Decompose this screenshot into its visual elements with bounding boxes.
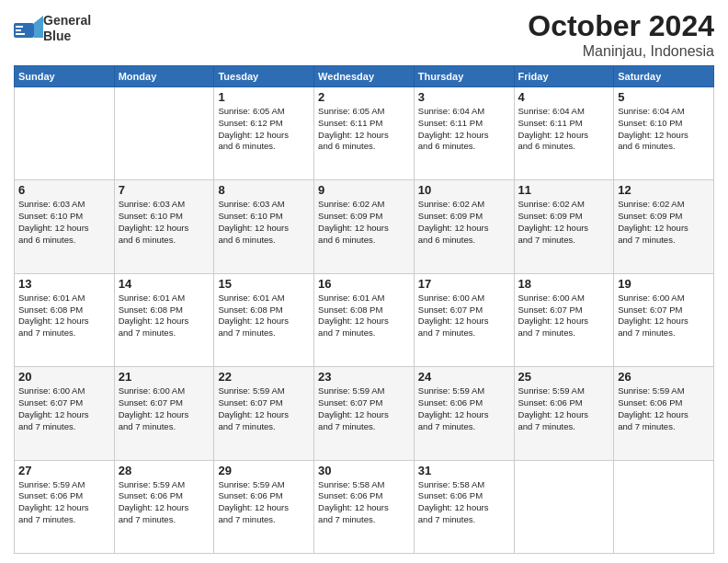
calendar-cell: 31Sunrise: 5:58 AM Sunset: 6:06 PM Dayli…	[414, 460, 514, 553]
calendar-cell: 18Sunrise: 6:00 AM Sunset: 6:07 PM Dayli…	[514, 273, 614, 366]
day-info: Sunrise: 5:59 AM Sunset: 6:06 PM Dayligh…	[18, 479, 110, 526]
calendar-cell: 13Sunrise: 6:01 AM Sunset: 6:08 PM Dayli…	[15, 273, 115, 366]
day-info: Sunrise: 5:59 AM Sunset: 6:07 PM Dayligh…	[318, 385, 410, 432]
day-number: 28	[119, 464, 210, 477]
day-info: Sunrise: 6:03 AM Sunset: 6:10 PM Dayligh…	[119, 199, 210, 246]
logo-icon	[14, 16, 40, 41]
day-number: 20	[18, 370, 110, 384]
day-number: 12	[618, 183, 710, 197]
calendar-cell: 12Sunrise: 6:02 AM Sunset: 6:09 PM Dayli…	[614, 180, 714, 273]
calendar-subtitle: Maninjau, Indonesia	[528, 43, 714, 60]
day-info: Sunrise: 6:02 AM Sunset: 6:09 PM Dayligh…	[518, 199, 610, 246]
calendar-cell	[114, 87, 214, 180]
calendar-cell: 8Sunrise: 6:03 AM Sunset: 6:10 PM Daylig…	[214, 180, 314, 273]
day-info: Sunrise: 6:01 AM Sunset: 6:08 PM Dayligh…	[18, 293, 110, 339]
calendar-cell: 28Sunrise: 5:59 AM Sunset: 6:06 PM Dayli…	[114, 460, 214, 553]
calendar-cell: 9Sunrise: 6:02 AM Sunset: 6:09 PM Daylig…	[314, 180, 415, 273]
logo-line1: General	[43, 13, 91, 29]
day-number: 24	[418, 370, 510, 384]
calendar-cell: 20Sunrise: 6:00 AM Sunset: 6:07 PM Dayli…	[15, 367, 115, 460]
calendar-row: 27Sunrise: 5:59 AM Sunset: 6:06 PM Dayli…	[15, 460, 714, 553]
title-block: October 2024 Maninjau, Indonesia	[528, 9, 714, 60]
calendar-cell: 5Sunrise: 6:04 AM Sunset: 6:10 PM Daylig…	[614, 87, 714, 180]
day-number: 5	[618, 90, 710, 104]
logo-line2: Blue	[43, 29, 91, 44]
day-number: 8	[218, 183, 310, 197]
day-info: Sunrise: 6:01 AM Sunset: 6:08 PM Dayligh…	[218, 293, 310, 339]
calendar-cell: 15Sunrise: 6:01 AM Sunset: 6:08 PM Dayli…	[214, 273, 314, 366]
day-info: Sunrise: 5:59 AM Sunset: 6:06 PM Dayligh…	[119, 479, 210, 526]
weekday-header: Sunday	[15, 66, 115, 87]
day-info: Sunrise: 6:01 AM Sunset: 6:08 PM Dayligh…	[318, 293, 410, 339]
day-number: 17	[418, 277, 510, 291]
calendar-cell: 11Sunrise: 6:02 AM Sunset: 6:09 PM Dayli…	[514, 180, 614, 273]
calendar-cell: 23Sunrise: 5:59 AM Sunset: 6:07 PM Dayli…	[314, 367, 415, 460]
calendar-cell: 19Sunrise: 6:00 AM Sunset: 6:07 PM Dayli…	[614, 273, 714, 366]
day-info: Sunrise: 6:00 AM Sunset: 6:07 PM Dayligh…	[18, 385, 110, 432]
day-info: Sunrise: 6:05 AM Sunset: 6:12 PM Dayligh…	[218, 106, 310, 153]
day-info: Sunrise: 5:59 AM Sunset: 6:07 PM Dayligh…	[218, 385, 310, 432]
calendar-cell	[614, 460, 714, 553]
calendar-cell: 1Sunrise: 6:05 AM Sunset: 6:12 PM Daylig…	[214, 87, 314, 180]
weekday-header: Tuesday	[214, 66, 314, 87]
logo-text: General Blue	[43, 13, 91, 44]
day-number: 11	[518, 183, 610, 197]
day-info: Sunrise: 6:03 AM Sunset: 6:10 PM Dayligh…	[218, 199, 310, 246]
calendar-cell: 30Sunrise: 5:58 AM Sunset: 6:06 PM Dayli…	[314, 460, 415, 553]
calendar-cell: 22Sunrise: 5:59 AM Sunset: 6:07 PM Dayli…	[214, 367, 314, 460]
day-info: Sunrise: 6:01 AM Sunset: 6:08 PM Dayligh…	[119, 293, 210, 339]
calendar-cell: 4Sunrise: 6:04 AM Sunset: 6:11 PM Daylig…	[514, 87, 614, 180]
svg-rect-4	[16, 33, 25, 35]
day-number: 3	[418, 90, 510, 104]
calendar-row: 13Sunrise: 6:01 AM Sunset: 6:08 PM Dayli…	[15, 273, 714, 366]
logo: General Blue	[14, 13, 91, 44]
header: General Blue October 2024 Maninjau, Indo…	[14, 9, 714, 60]
day-info: Sunrise: 6:04 AM Sunset: 6:11 PM Dayligh…	[418, 106, 510, 153]
calendar-title: October 2024	[528, 9, 714, 43]
svg-rect-3	[16, 29, 21, 31]
calendar-table: SundayMondayTuesdayWednesdayThursdayFrid…	[14, 65, 714, 554]
day-number: 29	[218, 464, 310, 477]
calendar-cell: 16Sunrise: 6:01 AM Sunset: 6:08 PM Dayli…	[314, 273, 415, 366]
calendar-row: 1Sunrise: 6:05 AM Sunset: 6:12 PM Daylig…	[15, 87, 714, 180]
day-number: 14	[119, 277, 210, 291]
calendar-cell: 10Sunrise: 6:02 AM Sunset: 6:09 PM Dayli…	[414, 180, 514, 273]
day-info: Sunrise: 6:03 AM Sunset: 6:10 PM Dayligh…	[18, 199, 110, 246]
weekday-header: Monday	[114, 66, 214, 87]
day-info: Sunrise: 6:04 AM Sunset: 6:10 PM Dayligh…	[618, 106, 710, 153]
calendar-cell: 29Sunrise: 5:59 AM Sunset: 6:06 PM Dayli…	[214, 460, 314, 553]
day-info: Sunrise: 5:59 AM Sunset: 6:06 PM Dayligh…	[418, 385, 510, 432]
day-number: 18	[518, 277, 610, 291]
day-number: 2	[318, 90, 410, 104]
calendar-cell: 2Sunrise: 6:05 AM Sunset: 6:11 PM Daylig…	[314, 87, 415, 180]
calendar-cell: 26Sunrise: 5:59 AM Sunset: 6:06 PM Dayli…	[614, 367, 714, 460]
day-number: 16	[318, 277, 410, 291]
day-number: 15	[218, 277, 310, 291]
calendar-cell: 25Sunrise: 5:59 AM Sunset: 6:06 PM Dayli…	[514, 367, 614, 460]
day-number: 22	[218, 370, 310, 384]
day-info: Sunrise: 5:59 AM Sunset: 6:06 PM Dayligh…	[218, 479, 310, 526]
calendar-header-row: SundayMondayTuesdayWednesdayThursdayFrid…	[15, 66, 714, 87]
day-number: 7	[119, 183, 210, 197]
day-info: Sunrise: 6:02 AM Sunset: 6:09 PM Dayligh…	[318, 199, 410, 246]
weekday-header: Wednesday	[314, 66, 415, 87]
calendar-cell: 14Sunrise: 6:01 AM Sunset: 6:08 PM Dayli…	[114, 273, 214, 366]
day-number: 21	[119, 370, 210, 384]
day-info: Sunrise: 5:58 AM Sunset: 6:06 PM Dayligh…	[418, 479, 510, 526]
calendar-cell: 6Sunrise: 6:03 AM Sunset: 6:10 PM Daylig…	[15, 180, 115, 273]
day-number: 25	[518, 370, 610, 384]
weekday-header: Saturday	[614, 66, 714, 87]
day-number: 1	[218, 90, 310, 104]
calendar-cell: 24Sunrise: 5:59 AM Sunset: 6:06 PM Dayli…	[414, 367, 514, 460]
day-info: Sunrise: 6:04 AM Sunset: 6:11 PM Dayligh…	[518, 106, 610, 153]
day-number: 13	[18, 277, 110, 291]
day-info: Sunrise: 5:59 AM Sunset: 6:06 PM Dayligh…	[618, 385, 710, 432]
day-number: 31	[418, 464, 510, 477]
calendar-cell	[15, 87, 115, 180]
calendar-cell: 27Sunrise: 5:59 AM Sunset: 6:06 PM Dayli…	[15, 460, 115, 553]
day-number: 4	[518, 90, 610, 104]
calendar-cell: 7Sunrise: 6:03 AM Sunset: 6:10 PM Daylig…	[114, 180, 214, 273]
day-info: Sunrise: 6:00 AM Sunset: 6:07 PM Dayligh…	[119, 385, 210, 432]
day-info: Sunrise: 5:59 AM Sunset: 6:06 PM Dayligh…	[518, 385, 610, 432]
day-number: 19	[618, 277, 710, 291]
